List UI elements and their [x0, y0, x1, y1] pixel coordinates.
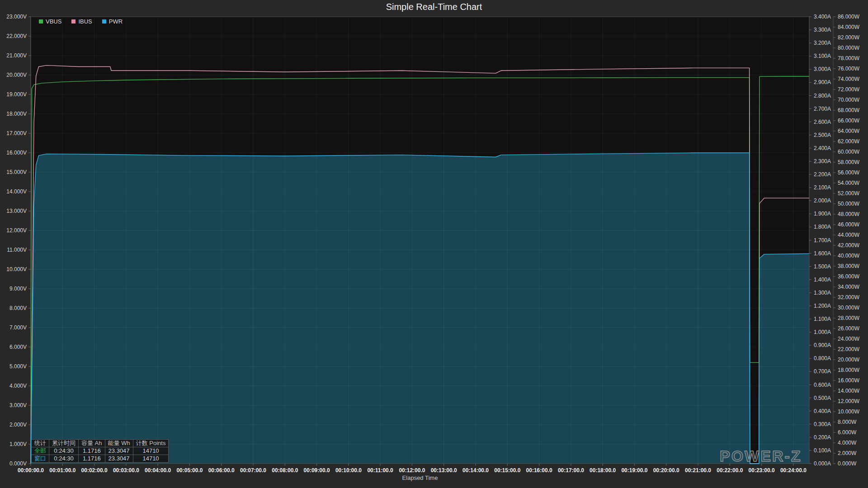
power-tick-label: 50.000W	[838, 201, 860, 207]
power-tick-label: 78.000W	[838, 55, 860, 61]
voltage-tick-label: 15.000V	[6, 169, 27, 175]
current-axis: 0.000A0.100A0.200A0.300A0.400A0.500A0.60…	[809, 14, 831, 467]
current-tick-label: 3.000A	[814, 66, 831, 72]
current-tick-label: 0.000A	[814, 460, 831, 467]
power-tick-label: 16.000W	[838, 377, 860, 384]
power-tick-label: 58.000W	[838, 159, 860, 165]
stats-header-points: 计数 Points	[133, 440, 169, 447]
voltage-tick-label: 5.000V	[9, 363, 27, 370]
current-tick-label: 1.700A	[814, 237, 831, 244]
voltage-tick-label: 18.000V	[6, 111, 27, 117]
power-z-watermark: POWER-Z	[720, 447, 802, 465]
legend-item-ibus[interactable]: IBUS	[71, 18, 92, 25]
x-tick-label: 00:04:00.0	[145, 467, 171, 474]
legend-item-pwr[interactable]: PWR	[102, 18, 123, 25]
power-tick-label: 24.000W	[838, 336, 860, 342]
power-tick-label: 20.000W	[838, 357, 860, 363]
current-tick-label: 0.900A	[814, 342, 831, 348]
power-tick-label: 28.000W	[838, 315, 860, 321]
stats-window-ah: 1.1716	[79, 455, 105, 463]
voltage-tick-label: 11.000V	[7, 247, 27, 253]
voltage-axis: 0.000V1.000V2.000V3.000V4.000V5.000V6.00…	[6, 14, 31, 467]
power-tick-label: 76.000W	[838, 66, 860, 72]
stats-all-points: 14710	[133, 447, 169, 455]
power-tick-label: 38.000W	[838, 263, 860, 269]
power-tick-label: 26.000W	[838, 325, 860, 332]
current-tick-label: 2.300A	[814, 158, 831, 164]
legend-label: VBUS	[46, 18, 61, 25]
stats-row-window: 窗口 0:24:30 1.1716 23.3047 14710	[32, 455, 169, 463]
x-tick-label: 00:21:00.0	[685, 467, 711, 474]
current-tick-label: 1.800A	[814, 224, 831, 230]
current-tick-label: 2.800A	[814, 93, 831, 99]
current-tick-label: 0.600A	[814, 382, 831, 388]
current-tick-label: 2.700A	[814, 106, 831, 112]
realtime-chart[interactable]: 0.000V1.000V2.000V3.000V4.000V5.000V6.00…	[0, 0, 868, 488]
power-tick-label: 66.000W	[838, 117, 860, 124]
power-tick-label: 74.000W	[838, 76, 860, 82]
x-tick-label: 00:05:00.0	[176, 467, 203, 474]
power-tick-label: 40.000W	[838, 253, 860, 259]
voltage-tick-label: 21.000V	[6, 52, 27, 59]
power-tick-label: 10.000W	[838, 408, 860, 415]
x-tick-label: 00:02:00.0	[81, 467, 108, 474]
current-tick-label: 1.100A	[814, 316, 831, 322]
x-tick-label: 00:01:00.0	[49, 467, 75, 474]
current-tick-label: 2.500A	[814, 132, 831, 138]
x-tick-label: 00:12:00.0	[399, 467, 425, 474]
x-tick-label: 00:16:00.0	[526, 467, 552, 474]
power-tick-label: 8.000W	[838, 419, 857, 425]
stats-row-all: 全部 0:24:30 1.1716 23.3047 14710	[32, 447, 169, 455]
power-tick-label: 2.000W	[838, 450, 857, 456]
voltage-tick-label: 19.000V	[6, 91, 27, 98]
legend-item-vbus[interactable]: VBUS	[39, 18, 61, 25]
power-tick-label: 14.000W	[838, 388, 860, 394]
power-tick-label: 32.000W	[838, 294, 860, 300]
stats-window-time: 0:24:30	[49, 455, 79, 463]
x-axis: 00:00:00.000:01:00.000:02:00.000:03:00.0…	[18, 464, 807, 474]
page-title: Simple Real-Time Chart	[0, 2, 868, 12]
stats-header-stat: 统计	[32, 440, 49, 447]
voltage-tick-label: 17.000V	[6, 130, 27, 136]
power-tick-label: 56.000W	[838, 169, 860, 176]
current-tick-label: 2.900A	[814, 79, 831, 85]
stats-row-label-1: 窗口	[32, 455, 49, 463]
voltage-tick-label: 1.000V	[9, 441, 27, 447]
current-tick-label: 3.200A	[814, 40, 831, 46]
current-tick-label: 3.400A	[814, 14, 831, 20]
power-tick-label: 72.000W	[838, 86, 860, 93]
power-tick-label: 46.000W	[838, 221, 860, 228]
voltage-tick-label: 13.000V	[6, 208, 27, 214]
current-tick-label: 1.300A	[814, 290, 831, 296]
voltage-tick-label: 6.000V	[9, 344, 27, 350]
x-tick-label: 00:03:00.0	[113, 467, 139, 474]
voltage-tick-label: 2.000V	[9, 422, 27, 428]
power-tick-label: 60.000W	[838, 149, 860, 155]
voltage-tick-label: 23.000V	[6, 14, 27, 20]
voltage-tick-label: 3.000V	[9, 402, 27, 408]
x-tick-label: 00:20:00.0	[653, 467, 679, 474]
x-tick-label: 00:14:00.0	[462, 467, 489, 474]
voltage-tick-label: 8.000V	[9, 305, 27, 311]
stats-header-wh: 能量 Wh	[105, 440, 133, 447]
power-tick-label: 82.000W	[838, 34, 860, 41]
current-tick-label: 1.400A	[814, 277, 831, 283]
voltage-tick-label: 4.000V	[9, 383, 27, 389]
x-tick-label: 00:18:00.0	[590, 467, 616, 474]
x-tick-label: 00:23:00.0	[749, 467, 775, 474]
power-tick-label: 34.000W	[838, 284, 860, 290]
current-tick-label: 1.500A	[814, 263, 831, 270]
x-tick-label: 00:15:00.0	[494, 467, 520, 474]
stats-all-wh: 23.3047	[105, 447, 133, 455]
voltage-tick-label: 22.000V	[6, 33, 27, 39]
power-z-chart-window: Simple Real-Time Chart 0.000V1.000V2.000…	[0, 0, 868, 488]
current-tick-label: 0.200A	[814, 434, 831, 441]
power-tick-label: 44.000W	[838, 232, 860, 238]
voltage-tick-label: 7.000V	[9, 324, 27, 331]
power-tick-label: 48.000W	[838, 211, 860, 217]
legend-label: PWR	[109, 18, 123, 25]
x-axis-label: Elapsed Time	[0, 474, 840, 481]
stats-header-time: 累计时间	[49, 440, 79, 447]
power-tick-label: 12.000W	[838, 398, 860, 404]
power-tick-label: 64.000W	[838, 128, 860, 134]
